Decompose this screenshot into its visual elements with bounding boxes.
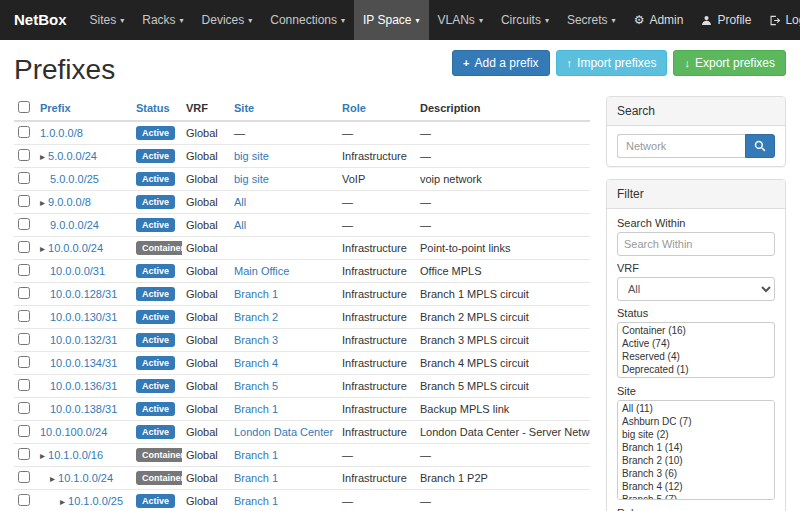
filter-option[interactable]: Reserved (4) bbox=[619, 350, 773, 363]
prefix-link[interactable]: 10.1.0.0/25 bbox=[68, 495, 123, 507]
prefix-link[interactable]: 1.0.0.0/8 bbox=[40, 127, 83, 139]
nav-item-racks[interactable]: Racks▾ bbox=[133, 0, 192, 40]
search-input[interactable] bbox=[617, 134, 745, 158]
vrf-filter-select[interactable]: All bbox=[617, 277, 775, 301]
nav-item-connections[interactable]: Connections▾ bbox=[261, 0, 354, 40]
site-link[interactable]: Branch 1 bbox=[234, 495, 278, 507]
nav-item-sites[interactable]: Sites▾ bbox=[81, 0, 134, 40]
expand-arrow-icon: ▸ bbox=[40, 197, 45, 208]
prefix-link[interactable]: 10.1.0.0/24 bbox=[58, 472, 113, 484]
site-cell: Branch 1 bbox=[230, 283, 338, 306]
nav-log-out-link[interactable]: Log out bbox=[760, 0, 800, 40]
filter-option[interactable]: Branch 3 (6) bbox=[619, 467, 773, 480]
expand-arrow-icon: ▸ bbox=[40, 151, 45, 162]
site-link[interactable]: big site bbox=[234, 173, 269, 185]
prefix-link[interactable]: 10.0.0.130/31 bbox=[50, 311, 117, 323]
filter-option[interactable]: big site (2) bbox=[619, 428, 773, 441]
chevron-down-icon: ▾ bbox=[612, 16, 616, 25]
column-header-site[interactable]: Site bbox=[230, 96, 338, 121]
site-link[interactable]: Branch 3 bbox=[234, 334, 278, 346]
row-checkbox[interactable] bbox=[18, 218, 30, 230]
filter-option[interactable]: Container (16) bbox=[619, 324, 773, 337]
site-link[interactable]: London Data Center bbox=[234, 426, 333, 438]
nav-item-secrets[interactable]: Secrets▾ bbox=[558, 0, 625, 40]
site-link[interactable]: Branch 2 bbox=[234, 311, 278, 323]
site-link[interactable]: Branch 1 bbox=[234, 449, 278, 461]
row-checkbox[interactable] bbox=[18, 310, 30, 322]
row-checkbox[interactable] bbox=[18, 149, 30, 161]
prefix-link[interactable]: 10.0.0.136/31 bbox=[50, 380, 117, 392]
site-link[interactable]: Branch 1 bbox=[234, 288, 278, 300]
search-within-input[interactable] bbox=[617, 232, 775, 256]
prefix-link[interactable]: 10.0.0.0/24 bbox=[48, 242, 103, 254]
prefix-link[interactable]: 9.0.0.0/24 bbox=[50, 219, 99, 231]
site-link[interactable]: Branch 5 bbox=[234, 380, 278, 392]
prefix-link[interactable]: 10.0.100.0/24 bbox=[40, 426, 107, 438]
filter-option[interactable]: All (11) bbox=[619, 402, 773, 415]
site-link[interactable]: Branch 1 bbox=[234, 472, 278, 484]
brand-logo[interactable]: NetBox bbox=[0, 0, 81, 40]
role-cell: Infrastructure bbox=[338, 421, 416, 444]
row-checkbox[interactable] bbox=[18, 356, 30, 368]
search-button[interactable] bbox=[745, 134, 775, 158]
site-link[interactable]: Branch 4 bbox=[234, 357, 278, 369]
prefix-link[interactable]: 10.0.0.132/31 bbox=[50, 334, 117, 346]
site-link[interactable]: Branch 1 bbox=[234, 403, 278, 415]
row-checkbox[interactable] bbox=[18, 448, 30, 460]
row-checkbox[interactable] bbox=[18, 494, 30, 506]
row-checkbox[interactable] bbox=[18, 264, 30, 276]
row-checkbox[interactable] bbox=[18, 402, 30, 414]
nav-item-devices[interactable]: Devices▾ bbox=[193, 0, 262, 40]
site-filter-select[interactable]: All (11)Ashburn DC (7)big site (2)Branch… bbox=[617, 400, 775, 500]
add-prefix-button[interactable]: + Add a prefix bbox=[452, 50, 549, 76]
filter-option[interactable]: Deprecated (1) bbox=[619, 363, 773, 376]
prefix-cell: 10.0.0.130/31 bbox=[36, 306, 132, 329]
select-all-checkbox[interactable] bbox=[18, 101, 30, 113]
site-link[interactable]: Main Office bbox=[234, 265, 289, 277]
row-checkbox[interactable] bbox=[18, 471, 30, 483]
row-select-cell bbox=[14, 421, 36, 444]
site-filter-label: Site bbox=[617, 385, 775, 397]
export-prefixes-button[interactable]: ↓ Export prefixes bbox=[673, 50, 786, 76]
prefix-link[interactable]: 5.0.0.0/24 bbox=[48, 150, 97, 162]
prefix-link[interactable]: 10.0.0.0/31 bbox=[50, 265, 105, 277]
prefix-link[interactable]: 10.0.0.128/31 bbox=[50, 288, 117, 300]
column-header-role[interactable]: Role bbox=[338, 96, 416, 121]
filter-option[interactable]: Branch 4 (12) bbox=[619, 480, 773, 493]
nav-admin-link[interactable]: ⚙Admin bbox=[625, 0, 693, 40]
filter-option[interactable]: Branch 5 (7) bbox=[619, 493, 773, 500]
description-cell: Branch 5 MPLS circuit bbox=[416, 375, 590, 398]
filter-option[interactable]: Active (74) bbox=[619, 337, 773, 350]
column-header-status[interactable]: Status bbox=[132, 96, 182, 121]
filter-option[interactable]: Ashburn DC (7) bbox=[619, 415, 773, 428]
prefix-link[interactable]: 10.1.0.0/16 bbox=[48, 449, 103, 461]
prefix-link[interactable]: 10.0.0.134/31 bbox=[50, 357, 117, 369]
prefix-link[interactable]: 5.0.0.0/25 bbox=[50, 173, 99, 185]
row-checkbox[interactable] bbox=[18, 195, 30, 207]
nav-item-circuits[interactable]: Circuits▾ bbox=[492, 0, 558, 40]
site-link[interactable]: All bbox=[234, 196, 246, 208]
vrf-filter-label: VRF bbox=[617, 262, 775, 274]
filter-option[interactable]: Branch 1 (14) bbox=[619, 441, 773, 454]
row-checkbox[interactable] bbox=[18, 333, 30, 345]
nav-item-vlans[interactable]: VLANs▾ bbox=[429, 0, 492, 40]
expand-arrow-icon: ▸ bbox=[40, 450, 45, 461]
column-header-prefix[interactable]: Prefix bbox=[36, 96, 132, 121]
row-checkbox[interactable] bbox=[18, 425, 30, 437]
import-prefixes-button[interactable]: ↑ Import prefixes bbox=[556, 50, 668, 76]
prefix-link[interactable]: 10.0.0.138/31 bbox=[50, 403, 117, 415]
row-checkbox[interactable] bbox=[18, 287, 30, 299]
status-filter-select[interactable]: Container (16)Active (74)Reserved (4)Dep… bbox=[617, 322, 775, 378]
row-checkbox[interactable] bbox=[18, 172, 30, 184]
site-link[interactable]: big site bbox=[234, 150, 269, 162]
row-select-cell bbox=[14, 237, 36, 260]
row-checkbox[interactable] bbox=[18, 126, 30, 138]
site-link[interactable]: All bbox=[234, 219, 246, 231]
row-checkbox[interactable] bbox=[18, 241, 30, 253]
column-header-description: Description bbox=[416, 96, 590, 121]
nav-item-ip-space[interactable]: IP Space▾ bbox=[354, 0, 429, 40]
filter-option[interactable]: Branch 2 (10) bbox=[619, 454, 773, 467]
nav-profile-link[interactable]: Profile bbox=[692, 0, 760, 40]
prefix-link[interactable]: 9.0.0.0/8 bbox=[48, 196, 91, 208]
row-checkbox[interactable] bbox=[18, 379, 30, 391]
